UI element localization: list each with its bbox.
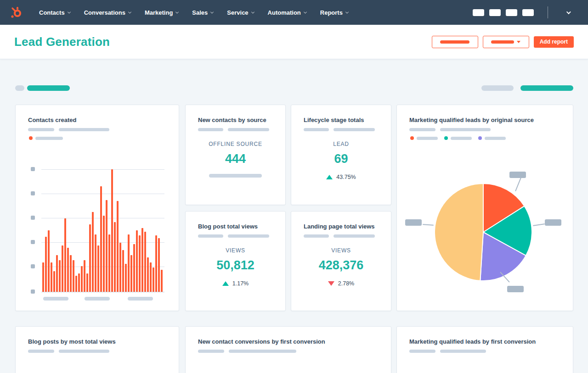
metric-footer [186,174,285,178]
y-axis-tick [31,264,35,268]
text-placeholder [198,128,223,131]
chevron-down-icon [517,41,520,43]
nav-tool-icon[interactable] [473,9,484,16]
dashboard-filter-button[interactable] [432,36,478,48]
metric-value: 69 [291,152,391,166]
bar [153,267,154,292]
chevron-down-icon [345,10,349,13]
chevron-down-icon [128,10,131,13]
nav-item-marketing[interactable]: Marketing [138,0,185,25]
contacts-created-bars [42,169,164,292]
nav-tool-icon[interactable] [522,9,534,16]
bar [100,186,102,292]
nav-item-reports[interactable]: Reports [313,0,355,25]
text-placeholder [228,128,269,131]
text-placeholder [334,234,375,238]
header-actions: Add report [432,36,574,48]
legend-label-placeholder [485,137,506,140]
button-label-placeholder [491,40,514,44]
card-title: Blog post total views [198,223,258,230]
nav-item-label: Conversations [84,9,125,16]
metric-delta: 2.78% [291,280,391,287]
bar [89,224,91,292]
text-placeholder [440,128,491,131]
hubspot-logo-icon[interactable] [10,6,22,18]
pie-callout-line [423,224,434,226]
bar [64,218,66,292]
nav-tool-icon[interactable] [506,9,517,16]
bar [56,255,58,292]
y-axis-tick [31,289,35,294]
legend-dot-icon [444,136,448,140]
legend-item [410,136,438,140]
bar [136,230,138,292]
card-title: Contacts created [28,117,76,123]
bar [111,169,113,292]
bar [48,230,50,292]
metric-label: LEAD [291,141,391,147]
text-placeholder [28,350,54,353]
filter-placeholder-active[interactable] [520,85,573,91]
bar [51,262,52,292]
bar [81,266,83,292]
nav-item-conversations[interactable]: Conversations [77,0,138,25]
y-axis-tick [31,191,35,195]
mql-pie-svg [433,182,534,283]
legend-item [444,136,472,140]
add-report-button[interactable]: Add report [534,36,574,48]
metric-label: OFFLINE SOURCE [186,141,285,147]
nav-divider [548,6,548,18]
bar [139,235,141,292]
filter-placeholder-active[interactable] [27,85,70,91]
subtitle-placeholder [28,128,109,131]
pie-label-placeholder [545,219,561,226]
bar [125,264,127,292]
bar [119,243,121,292]
dashboard-actions-dropdown[interactable] [483,36,529,48]
text-placeholder [28,128,54,131]
button-label-placeholder [440,40,469,44]
bar [114,222,116,292]
filter-placeholder[interactable] [15,85,24,91]
nav-item-contacts[interactable]: Contacts [32,0,77,25]
bar [106,200,107,292]
chart-legend [410,136,506,140]
text-placeholder [198,350,224,353]
page-header: Lead Generation Add report [0,25,588,59]
card-contacts-created: Contacts created [15,105,179,311]
bar [97,245,99,292]
nav-right-tools [468,6,578,18]
bar [133,244,135,292]
card-title: Landing page total views [304,223,375,230]
text-placeholder [229,350,296,353]
card-title: Lifecycle stage totals [304,117,364,123]
text-placeholder [59,128,109,131]
bar [92,212,94,292]
x-axis-label-placeholder [85,297,110,301]
nav-tool-icon[interactable] [489,9,501,16]
nav-item-service[interactable]: Service [220,0,260,25]
subtitle-placeholder [304,234,375,238]
card-lifecycle-stage-totals: Lifecycle stage totals LEAD 69 43.75% [291,105,391,205]
y-axis-tick [31,240,35,244]
account-chevron-down-icon[interactable] [566,10,571,14]
text-placeholder [59,350,109,353]
sprocket-icon [10,6,22,18]
nav-item-sales[interactable]: Sales [185,0,220,25]
nav-item-automation[interactable]: Automation [261,0,313,25]
nav-menu: Contacts Conversations Marketing Sales S… [32,0,355,25]
card-title: New contacts by source [198,117,266,123]
bar [86,273,88,292]
delta-direction-icon [328,281,334,286]
chevron-down-icon [210,10,214,13]
card-new-contacts-by-source: New contacts by source OFFLINE SOURCE 44… [185,105,286,205]
text-placeholder [440,350,486,353]
chevron-down-icon [251,10,254,13]
chart-legend [29,136,63,140]
metric-delta: 1.17% [186,280,285,287]
filter-placeholder[interactable] [481,85,514,91]
subtitle-placeholder [409,350,486,353]
metric-label: VIEWS [291,247,391,254]
page-title: Lead Generation [14,35,110,49]
card-mql-by-original-source: Marketing qualified leads by original so… [396,105,573,311]
